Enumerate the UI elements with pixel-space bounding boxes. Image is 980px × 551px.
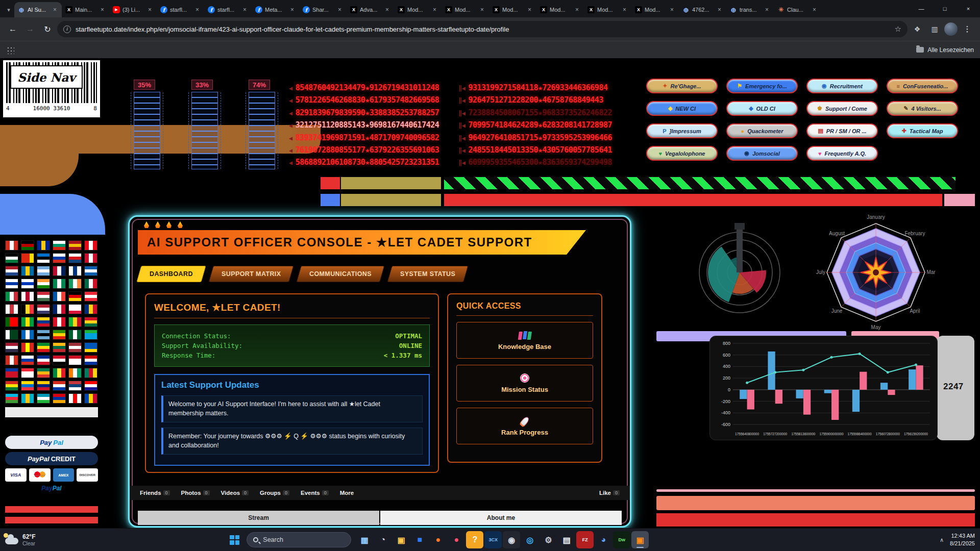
flag-icon[interactable] (21, 279, 34, 289)
flag-icon[interactable] (5, 330, 18, 340)
tab-close-icon[interactable] (99, 7, 106, 13)
payment-card-icon[interactable]: DISCOVER (77, 468, 98, 482)
social-tab[interactable]: Events 0 (301, 490, 329, 496)
lcars-nav-button[interactable]: ⚑ Emergency fo... (726, 79, 798, 93)
flag-icon[interactable] (84, 304, 97, 314)
flag-icon[interactable] (5, 266, 18, 276)
flag-icon[interactable] (21, 330, 34, 340)
flag-icon[interactable] (53, 266, 66, 276)
tab-about-me[interactable]: About me (380, 511, 622, 525)
taskbar-icon[interactable]: ▤ (558, 531, 575, 548)
taskbar-icon[interactable]: ● (448, 531, 465, 548)
lcars-nav-button[interactable]: ◉ Recruitment (806, 79, 878, 93)
browser-tab[interactable]: starfl... (204, 2, 252, 17)
taskbar-icon[interactable]: ▣ (631, 531, 649, 548)
maximize-button[interactable]: □ (933, 0, 957, 17)
flag-icon[interactable] (68, 355, 82, 365)
forward-icon[interactable]: → (22, 21, 38, 37)
social-tab[interactable]: Friends 0 (140, 490, 170, 496)
flag-icon[interactable] (84, 240, 97, 251)
social-tab[interactable]: Videos 0 (221, 490, 249, 496)
flag-icon[interactable] (37, 355, 50, 365)
tab-close-icon[interactable] (52, 7, 58, 13)
taskbar-search[interactable]: Search (247, 532, 351, 547)
console-tab[interactable]: SYSTEM STATUS (387, 266, 469, 282)
tab-close-icon[interactable] (621, 7, 628, 13)
social-tab[interactable]: More (340, 490, 354, 496)
taskbar-icon[interactable]: ◎ (521, 531, 538, 548)
console-tab[interactable]: COMMUNICATIONS (297, 266, 385, 282)
lcars-nav-button[interactable]: ◉ Jomsocial (726, 146, 798, 161)
flag-icon[interactable] (84, 253, 97, 263)
flag-icon[interactable] (84, 279, 97, 289)
flag-icon[interactable] (21, 240, 34, 251)
flag-icon[interactable] (37, 317, 50, 327)
flag-icon[interactable] (53, 342, 66, 353)
flag-icon[interactable] (84, 291, 97, 302)
taskbar-icon[interactable]: ⚙ (540, 531, 557, 548)
tab-close-icon[interactable] (431, 7, 438, 13)
flag-icon[interactable] (84, 355, 97, 365)
close-button[interactable]: × (957, 0, 980, 17)
browser-tab[interactable]: Mod... (584, 2, 631, 17)
side-panel-icon[interactable]: ▥ (927, 21, 942, 37)
like-button[interactable]: Like 0 (599, 490, 620, 496)
tab-stream[interactable]: Stream (138, 511, 379, 525)
social-tab[interactable]: Groups 0 (260, 490, 289, 496)
browser-tab[interactable]: Main... (62, 2, 109, 17)
menu-icon[interactable]: ⋮ (960, 21, 975, 37)
flag-icon[interactable] (5, 317, 18, 327)
flag-icon[interactable] (21, 342, 34, 353)
console-tab[interactable]: SUPPORT MATRIX (208, 266, 294, 282)
flag-icon[interactable] (68, 253, 82, 263)
flag-icon[interactable] (68, 266, 82, 276)
flag-icon[interactable] (53, 317, 66, 327)
flag-icon[interactable] (37, 330, 50, 340)
browser-tab[interactable]: Shar... (299, 2, 347, 17)
browser-tab[interactable]: Mod... (442, 2, 489, 17)
start-button[interactable] (230, 535, 239, 545)
browser-tab[interactable]: AI Su... (14, 2, 62, 17)
flag-icon[interactable] (21, 381, 34, 391)
flag-icon[interactable] (68, 368, 82, 378)
profile-avatar[interactable] (944, 22, 958, 36)
flag-icon[interactable] (5, 291, 18, 302)
back-icon[interactable]: ← (5, 21, 20, 37)
console-tab[interactable]: DASHBOARD (136, 266, 206, 282)
tab-close-icon[interactable] (669, 7, 675, 13)
flag-icon[interactable] (53, 393, 66, 404)
taskbar-icon[interactable]: 3CX (484, 531, 502, 548)
flag-icon[interactable] (5, 368, 18, 378)
lcars-nav-button[interactable]: ✚ Tactical Map (887, 123, 958, 138)
lcars-nav-button[interactable]: ◈ OLD CI (726, 101, 798, 116)
flag-icon[interactable] (21, 253, 34, 263)
flag-icon[interactable] (21, 291, 34, 302)
flag-icon[interactable] (68, 381, 82, 391)
browser-tab[interactable]: Mod... (489, 2, 536, 17)
tab-close-icon[interactable] (384, 7, 390, 13)
browser-tab[interactable]: Clau... (774, 2, 821, 17)
bookmark-star-icon[interactable]: ☆ (895, 24, 901, 34)
tab-search-icon[interactable] (3, 2, 14, 17)
lcars-nav-button[interactable]: ✦ Re'Ghage... (646, 79, 718, 93)
taskbar-icon[interactable]: Dw (613, 531, 630, 548)
flag-icon[interactable] (37, 266, 50, 276)
lcars-nav-button[interactable]: ✎ 4 Visitors... (887, 101, 958, 116)
taskbar-icon[interactable]: FZ (576, 531, 594, 548)
flag-icon[interactable] (84, 342, 97, 353)
taskbar-icon[interactable]: ■ (411, 531, 428, 548)
weather-widget[interactable]: 62°F Clear (5, 533, 82, 546)
flag-icon[interactable] (84, 317, 97, 327)
tab-close-icon[interactable] (479, 7, 485, 13)
tab-close-icon[interactable] (336, 7, 343, 13)
flag-icon[interactable] (84, 393, 97, 404)
flag-icon[interactable] (53, 304, 66, 314)
lcars-nav-button[interactable]: ▤ PR / SM / OR ... (806, 123, 878, 138)
tab-close-icon[interactable] (716, 7, 723, 13)
quick-access-card[interactable]: Knowledge Base (456, 322, 593, 359)
tab-close-icon[interactable] (764, 7, 770, 13)
lcars-nav-button[interactable]: ♥ Vegalolophone (646, 146, 718, 161)
flag-icon[interactable] (5, 393, 18, 404)
browser-tab[interactable]: (3) Li... (109, 2, 157, 17)
flag-icon[interactable] (53, 240, 66, 251)
